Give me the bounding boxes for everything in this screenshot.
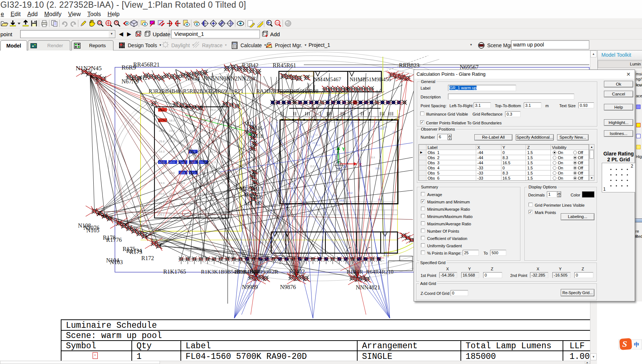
svg-text:RA3B7RTR9RR6R9H9R98: RA3B7RTR9RR6R9H9R98	[256, 88, 318, 94]
svg-text:M17: M17	[253, 186, 263, 192]
svg-text:19.3: 19.3	[159, 150, 165, 153]
svg-text:15.5: 15.5	[310, 165, 314, 168]
svg-text:NNN4821: NNN4821	[356, 284, 380, 290]
svg-text:R2422: R2422	[289, 269, 305, 275]
svg-text:NM4M5467: NM4M5467	[314, 76, 341, 82]
svg-text:19.9: 19.9	[159, 181, 165, 185]
svg-text:RRB823: RRB823	[399, 62, 419, 68]
svg-text:M7: M7	[255, 200, 262, 206]
svg-text:R172: R172	[141, 255, 154, 261]
svg-text:M4: M4	[244, 129, 251, 135]
svg-text:NN5NN9NN2NN234: NN5NN9NN2NN234	[204, 75, 255, 82]
svg-text:M1: M1	[244, 121, 252, 127]
svg-text:24.5: 24.5	[179, 119, 185, 122]
svg-text:19.9: 19.9	[190, 192, 195, 195]
svg-text:M15: M15	[253, 194, 263, 200]
svg-text:N9876: N9876	[280, 284, 296, 290]
svg-text:10.0: 10.0	[159, 161, 165, 164]
svg-text:RR456R21: RR456R21	[133, 61, 160, 68]
svg-text:18.3: 18.3	[169, 119, 175, 122]
svg-text:M12: M12	[239, 186, 250, 192]
svg-text:16.7: 16.7	[190, 181, 195, 185]
svg-text:19.9: 19.9	[169, 150, 175, 153]
svg-text:23.3: 23.3	[169, 129, 175, 132]
svg-text:2B1R1B34R93R2R: 2B1R1B34R93R2R	[234, 269, 278, 275]
svg-text:N103: N103	[110, 259, 123, 265]
svg-text:25.2: 25.2	[210, 108, 216, 112]
svg-text:M16: M16	[253, 125, 262, 131]
svg-text:R1776: R1776	[106, 237, 122, 243]
svg-text:24.8: 24.8	[244, 245, 249, 247]
svg-text:N9989: N9989	[242, 284, 258, 290]
svg-text:23.2: 23.2	[336, 178, 340, 180]
svg-text:M2: M2	[245, 200, 252, 206]
svg-text:NHMB51M9B456: NHMB51M9B456	[350, 76, 391, 82]
svg-text:Y: Y	[342, 146, 345, 152]
svg-text:26.1: 26.1	[159, 213, 165, 216]
svg-text:19.2: 19.2	[380, 127, 384, 130]
svg-text:N105: N105	[86, 227, 100, 233]
svg-text:R71: R71	[234, 88, 243, 94]
svg-text:24.3: 24.3	[220, 202, 226, 206]
svg-text:14.6: 14.6	[339, 199, 344, 202]
svg-text:R3B42: R3B42	[242, 62, 258, 68]
svg-text:M4: M4	[244, 192, 251, 198]
svg-text:R3R2RB4B48: R3R2RB4B48	[149, 88, 181, 94]
svg-text:M18: M18	[253, 134, 263, 139]
svg-text:R1R1R: R1R1R	[347, 269, 363, 275]
svg-text:R173: R173	[130, 249, 142, 255]
svg-text:N12: N12	[138, 75, 148, 81]
svg-text:R64R4R210: R64R4R210	[366, 269, 393, 275]
svg-text:25.8: 25.8	[159, 140, 165, 143]
svg-text:R5RB2B36E56R69: R5RB2B36E56R69	[183, 88, 227, 94]
svg-text:R1K1765: R1K1765	[163, 269, 186, 275]
svg-text:20.2: 20.2	[348, 192, 352, 194]
svg-text:18.0: 18.0	[375, 167, 380, 170]
svg-text:NN34: NN34	[186, 75, 200, 82]
svg-text:N1N2N45: N1N2N45	[76, 65, 102, 72]
svg-text:10: 10	[276, 22, 279, 24]
svg-text:20.0: 20.0	[159, 192, 165, 195]
svg-text:N67N9: N67N9	[122, 78, 139, 85]
svg-text:RR45R61: RR45R61	[273, 62, 296, 68]
